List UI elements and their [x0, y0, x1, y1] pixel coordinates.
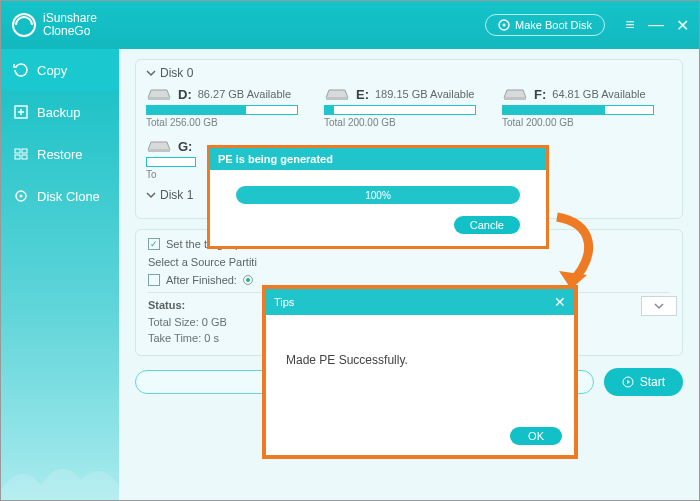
cancel-button[interactable]: Cancle: [454, 216, 520, 234]
minimize-button[interactable]: —: [649, 18, 663, 32]
hdd-icon: [324, 86, 350, 102]
svg-rect-12: [504, 97, 526, 100]
sidebar-item-label: Copy: [37, 63, 67, 78]
sidebar-item-backup[interactable]: Backup: [1, 91, 119, 133]
sidebar-item-copy[interactable]: Copy: [1, 49, 119, 91]
progress-dialog-title: PE is being generated: [210, 148, 546, 170]
hdd-icon: [146, 86, 172, 102]
source-select-dropdown[interactable]: [641, 296, 677, 316]
volume-d[interactable]: D:86.27 GB Available Total 256.00 GB: [146, 86, 298, 128]
radio-icon[interactable]: [243, 275, 253, 285]
close-icon[interactable]: ✕: [554, 294, 566, 310]
tips-message: Made PE Successfully.: [286, 353, 558, 367]
ok-button[interactable]: OK: [510, 427, 562, 445]
volume-f[interactable]: F:64.81 GB Available Total 200.00 GB: [502, 86, 654, 128]
progress-bar: 100%: [236, 186, 520, 204]
tips-dialog: Tips ✕ Made PE Successfully. OK: [262, 285, 578, 459]
sidebar-item-diskclone[interactable]: Disk Clone: [1, 175, 119, 217]
checkbox-icon[interactable]: ✓: [148, 238, 160, 250]
app-window: iSunshare CloneGo Make Boot Disk ≡ — ✕ C…: [0, 0, 700, 501]
svg-rect-11: [326, 97, 348, 100]
chevron-down-icon: [654, 301, 664, 311]
make-boot-disk-button[interactable]: Make Boot Disk: [485, 14, 605, 36]
sidebar-item-label: Restore: [37, 147, 83, 162]
sidebar-item-restore[interactable]: Restore: [1, 133, 119, 175]
svg-rect-13: [148, 149, 170, 152]
brand: iSunshare CloneGo: [11, 12, 97, 38]
start-button[interactable]: Start: [604, 368, 683, 396]
svg-point-9: [20, 195, 23, 198]
app-logo-icon: [11, 12, 37, 38]
hdd-icon: [502, 86, 528, 102]
disk0-header[interactable]: Disk 0: [146, 66, 672, 80]
close-button[interactable]: ✕: [675, 18, 689, 32]
hdd-icon: [146, 138, 172, 154]
sidebar-item-label: Disk Clone: [37, 189, 100, 204]
svg-rect-5: [22, 149, 27, 153]
disk-icon: [498, 19, 510, 31]
svg-rect-4: [15, 149, 20, 153]
svg-point-2: [502, 24, 505, 27]
copy-icon: [13, 62, 29, 78]
app-name: iSunshare CloneGo: [43, 12, 97, 38]
volume-g[interactable]: G: To: [146, 138, 216, 180]
diskclone-icon: [13, 188, 29, 204]
disk0-volumes: D:86.27 GB Available Total 256.00 GB E:1…: [146, 86, 672, 128]
tips-dialog-title: Tips: [274, 296, 294, 308]
progress-dialog: PE is being generated 100% Cancle: [207, 145, 549, 249]
titlebar: iSunshare CloneGo Make Boot Disk ≡ — ✕: [1, 1, 699, 49]
svg-rect-7: [22, 155, 27, 159]
chevron-down-icon: [146, 68, 156, 78]
tips-dialog-header: Tips ✕: [266, 289, 574, 315]
restore-icon: [13, 146, 29, 162]
checkbox-icon[interactable]: [148, 274, 160, 286]
svg-rect-6: [15, 155, 20, 159]
sidebar: Copy Backup Restore Disk Clone: [1, 49, 119, 500]
chevron-down-icon: [146, 190, 156, 200]
sidebar-decor-icon: [1, 450, 119, 500]
window-controls: ≡ — ✕: [623, 18, 689, 32]
backup-icon: [13, 104, 29, 120]
svg-rect-10: [148, 97, 170, 100]
volume-e[interactable]: E:189.15 GB Available Total 200.00 GB: [324, 86, 476, 128]
play-icon: [622, 376, 634, 388]
sidebar-item-label: Backup: [37, 105, 80, 120]
settings-icon[interactable]: ≡: [623, 18, 637, 32]
